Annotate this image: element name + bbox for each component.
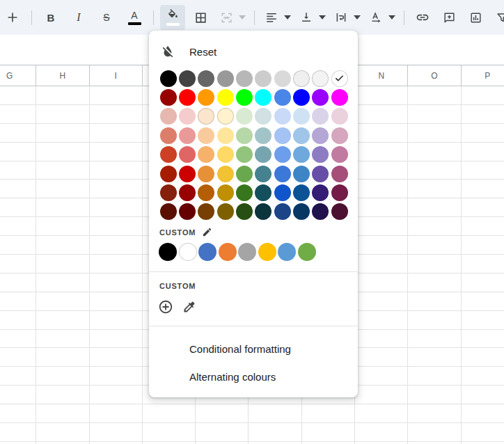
grid-cell[interactable] [90, 161, 143, 180]
grid-cell[interactable] [355, 180, 408, 198]
color-swatch[interactable] [179, 127, 196, 144]
grid-cell[interactable] [36, 180, 89, 198]
theme-color-swatch[interactable] [278, 243, 296, 261]
color-swatch[interactable] [255, 108, 271, 125]
grid-cell[interactable] [36, 124, 89, 142]
horizontal-align-dropdown[interactable] [282, 5, 293, 30]
color-swatch[interactable] [312, 146, 329, 163]
grid-cell[interactable] [36, 330, 89, 348]
grid-cell[interactable] [90, 124, 143, 142]
insert-comment-button[interactable] [437, 5, 461, 30]
add-custom-color-button[interactable] [158, 299, 173, 315]
italic-button[interactable]: I [66, 5, 91, 30]
grid-cell[interactable] [462, 86, 504, 104]
theme-color-swatch[interactable] [159, 243, 177, 261]
grid-cell[interactable] [90, 348, 143, 366]
color-swatch[interactable] [331, 89, 348, 106]
color-swatch[interactable] [255, 127, 271, 144]
color-swatch[interactable] [255, 89, 271, 106]
grid-cell[interactable] [36, 255, 89, 273]
grid-cell[interactable] [0, 255, 36, 273]
grid-cell[interactable] [36, 273, 89, 292]
color-swatch[interactable] [179, 70, 196, 87]
grid-cell[interactable] [355, 273, 408, 292]
grid-cell[interactable] [408, 217, 461, 235]
grid-cell[interactable] [36, 143, 89, 161]
color-swatch[interactable] [217, 70, 234, 87]
grid-cell[interactable] [462, 311, 504, 329]
grid-cell[interactable] [462, 273, 504, 292]
grid-cell[interactable] [0, 367, 36, 385]
grid-cell[interactable] [0, 105, 36, 123]
alternating-colours-item[interactable]: Alternating colours [149, 363, 358, 390]
color-swatch[interactable] [198, 166, 214, 182]
column-header-P[interactable]: P [462, 65, 504, 86]
grid-cell[interactable] [249, 404, 301, 422]
color-swatch[interactable] [236, 184, 253, 201]
grid-cell[interactable] [408, 423, 461, 441]
grid-cell[interactable] [355, 217, 408, 235]
grid-cell[interactable] [355, 124, 408, 142]
grid-cell[interactable] [36, 161, 89, 180]
color-swatch[interactable] [198, 70, 214, 87]
grid-cell[interactable] [355, 423, 408, 441]
column-header-I[interactable]: I [90, 65, 143, 86]
grid-cell[interactable] [90, 217, 143, 235]
grid-cell[interactable] [462, 180, 504, 198]
grid-cell[interactable] [196, 404, 249, 422]
color-swatch[interactable] [312, 89, 329, 106]
insert-link-button[interactable] [411, 5, 434, 30]
column-header-G[interactable]: G [0, 65, 36, 86]
color-swatch[interactable] [179, 166, 196, 182]
color-swatch[interactable] [312, 70, 329, 87]
strikethrough-button[interactable]: S [94, 5, 119, 30]
grid-cell[interactable] [0, 311, 36, 329]
grid-cell[interactable] [0, 86, 36, 104]
color-swatch[interactable] [160, 203, 177, 220]
grid-cell[interactable] [0, 386, 36, 404]
color-swatch[interactable] [274, 146, 291, 163]
theme-color-swatch[interactable] [298, 243, 316, 261]
color-swatch[interactable] [236, 166, 253, 182]
grid-cell[interactable] [355, 311, 408, 329]
color-swatch[interactable] [274, 203, 291, 220]
grid-cell[interactable] [462, 330, 504, 348]
vertical-align-button[interactable] [296, 5, 317, 30]
grid-cell[interactable] [36, 367, 89, 385]
grid-cell[interactable] [355, 86, 408, 104]
grid-cell[interactable] [36, 86, 89, 104]
color-swatch[interactable] [236, 89, 253, 106]
grid-cell[interactable] [462, 255, 504, 273]
color-swatch[interactable] [198, 108, 214, 125]
color-swatch[interactable] [255, 203, 271, 220]
grid-cell[interactable] [302, 404, 355, 422]
grid-cell[interactable] [408, 198, 461, 216]
grid-cell[interactable] [90, 273, 143, 292]
color-swatch[interactable] [217, 108, 234, 125]
grid-cell[interactable] [90, 386, 143, 404]
grid-cell[interactable] [462, 161, 504, 180]
color-swatch[interactable] [293, 166, 310, 182]
color-swatch[interactable] [217, 127, 234, 144]
color-swatch[interactable] [312, 166, 329, 182]
grid-cell[interactable] [36, 404, 89, 422]
color-swatch[interactable] [198, 184, 214, 201]
grid-cell[interactable] [355, 330, 408, 348]
theme-color-swatch[interactable] [238, 243, 256, 261]
grid-cell[interactable] [143, 423, 196, 441]
grid-cell[interactable] [408, 143, 461, 161]
grid-cell[interactable] [408, 161, 461, 180]
grid-cell[interactable] [462, 423, 504, 441]
grid-cell[interactable] [36, 423, 89, 441]
grid-cell[interactable] [0, 161, 36, 180]
grid-cell[interactable] [36, 386, 89, 404]
color-swatch[interactable] [160, 146, 177, 163]
color-swatch[interactable] [312, 127, 329, 144]
color-swatch[interactable] [331, 146, 348, 163]
color-swatch[interactable] [274, 127, 291, 144]
grid-cell[interactable] [0, 124, 36, 142]
color-swatch[interactable] [160, 89, 177, 106]
grid-cell[interactable] [36, 292, 89, 310]
grid-cell[interactable] [0, 330, 36, 348]
grid-cell[interactable] [90, 86, 143, 104]
